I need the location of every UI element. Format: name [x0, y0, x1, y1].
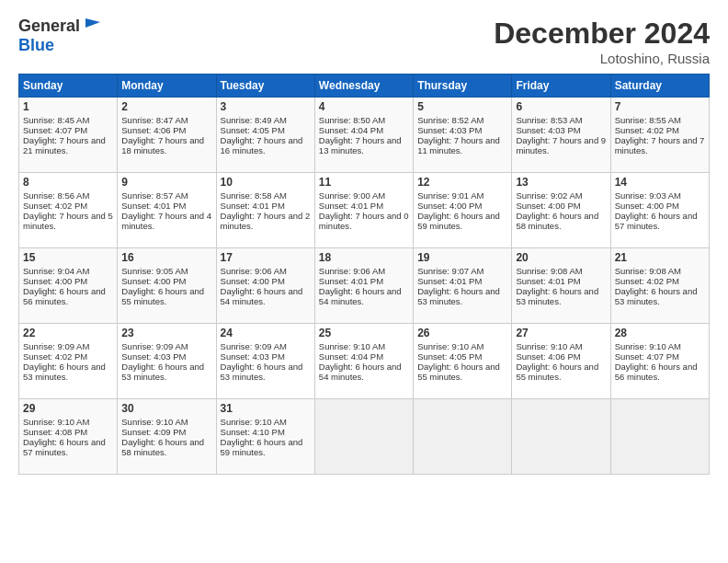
sunrise-text: Sunrise: 9:01 AM: [417, 190, 507, 201]
sunrise-text: Sunrise: 8:45 AM: [23, 115, 113, 125]
sunset-text: Sunset: 4:02 PM: [615, 125, 705, 135]
day-number: 14: [615, 176, 705, 189]
day-number: 21: [615, 251, 705, 264]
day-number: 23: [121, 327, 211, 339]
sunset-text: Sunset: 4:02 PM: [615, 276, 705, 286]
sunset-text: Sunset: 4:05 PM: [417, 351, 507, 362]
sunset-text: Sunset: 4:03 PM: [221, 351, 311, 362]
calendar-cell: 7Sunrise: 8:55 AMSunset: 4:02 PMDaylight…: [610, 98, 709, 173]
day-number: 8: [23, 176, 113, 189]
sunset-text: Sunset: 4:00 PM: [121, 276, 211, 286]
sunset-text: Sunset: 4:00 PM: [417, 201, 507, 211]
sunset-text: Sunset: 4:02 PM: [23, 351, 113, 362]
sunrise-text: Sunrise: 8:57 AM: [121, 190, 211, 201]
daylight-text: Daylight: 7 hours and 21 minutes.: [23, 135, 113, 155]
day-number: 12: [417, 176, 507, 189]
daylight-text: Daylight: 7 hours and 18 minutes.: [121, 135, 211, 155]
sunrise-text: Sunrise: 9:08 AM: [615, 266, 705, 276]
daylight-text: Daylight: 7 hours and 9 minutes.: [516, 135, 606, 155]
sunset-text: Sunset: 4:06 PM: [121, 125, 211, 135]
calendar-cell: [314, 399, 413, 475]
calendar-cell: 8Sunrise: 8:56 AMSunset: 4:02 PMDaylight…: [19, 173, 118, 248]
calendar-cell: 27Sunrise: 9:10 AMSunset: 4:06 PMDayligh…: [512, 324, 610, 399]
logo: General Blue: [18, 17, 102, 55]
daylight-text: Daylight: 7 hours and 0 minutes.: [319, 211, 409, 231]
sunset-text: Sunset: 4:01 PM: [221, 201, 311, 211]
daylight-text: Daylight: 6 hours and 53 minutes.: [615, 286, 705, 306]
calendar-cell: 26Sunrise: 9:10 AMSunset: 4:05 PMDayligh…: [414, 324, 512, 399]
sunrise-text: Sunrise: 9:06 AM: [319, 266, 409, 276]
sunrise-text: Sunrise: 8:47 AM: [121, 115, 211, 125]
calendar-week-3: 15Sunrise: 9:04 AMSunset: 4:00 PMDayligh…: [19, 248, 710, 324]
daylight-text: Daylight: 6 hours and 53 minutes.: [221, 362, 311, 382]
day-number: 4: [319, 100, 409, 113]
calendar-header-tuesday: Tuesday: [216, 75, 314, 98]
day-number: 6: [516, 100, 606, 113]
calendar-cell: 5Sunrise: 8:52 AMSunset: 4:03 PMDaylight…: [414, 98, 512, 173]
sunrise-text: Sunrise: 9:10 AM: [516, 341, 606, 351]
calendar-table: SundayMondayTuesdayWednesdayThursdayFrid…: [18, 74, 710, 475]
sunset-text: Sunset: 4:07 PM: [615, 351, 705, 362]
sunrise-text: Sunrise: 9:07 AM: [417, 266, 507, 276]
calendar-cell: 9Sunrise: 8:57 AMSunset: 4:01 PMDaylight…: [118, 173, 216, 248]
sunset-text: Sunset: 4:03 PM: [121, 351, 211, 362]
calendar-header-saturday: Saturday: [610, 75, 709, 98]
day-number: 16: [121, 251, 211, 264]
sunrise-text: Sunrise: 9:03 AM: [615, 190, 705, 201]
sunset-text: Sunset: 4:03 PM: [516, 125, 606, 135]
calendar-cell: 28Sunrise: 9:10 AMSunset: 4:07 PMDayligh…: [610, 324, 709, 399]
day-number: 3: [221, 100, 311, 113]
sunset-text: Sunset: 4:04 PM: [319, 125, 409, 135]
sunset-text: Sunset: 4:04 PM: [319, 351, 409, 362]
daylight-text: Daylight: 6 hours and 59 minutes.: [417, 211, 507, 231]
daylight-text: Daylight: 6 hours and 57 minutes.: [23, 437, 113, 457]
day-number: 25: [319, 327, 409, 339]
sunrise-text: Sunrise: 9:09 AM: [121, 341, 211, 351]
day-number: 17: [221, 251, 311, 264]
sunrise-text: Sunrise: 9:05 AM: [121, 266, 211, 276]
calendar-header-row: SundayMondayTuesdayWednesdayThursdayFrid…: [19, 75, 710, 98]
day-number: 7: [615, 100, 705, 113]
sunrise-text: Sunrise: 9:10 AM: [221, 417, 311, 427]
sunset-text: Sunset: 4:00 PM: [221, 276, 311, 286]
title-block: December 2024 Lotoshino, Russia: [494, 17, 710, 66]
calendar-cell: [414, 399, 512, 475]
calendar-cell: 31Sunrise: 9:10 AMSunset: 4:10 PMDayligh…: [216, 399, 314, 475]
sunrise-text: Sunrise: 8:55 AM: [615, 115, 705, 125]
calendar-cell: 3Sunrise: 8:49 AMSunset: 4:05 PMDaylight…: [216, 98, 314, 173]
sunrise-text: Sunrise: 9:08 AM: [516, 266, 606, 276]
calendar-header-thursday: Thursday: [414, 75, 512, 98]
calendar-cell: 25Sunrise: 9:10 AMSunset: 4:04 PMDayligh…: [314, 324, 413, 399]
sunset-text: Sunset: 4:03 PM: [417, 125, 507, 135]
daylight-text: Daylight: 6 hours and 58 minutes.: [121, 437, 211, 457]
calendar-cell: 24Sunrise: 9:09 AMSunset: 4:03 PMDayligh…: [216, 324, 314, 399]
day-number: 26: [417, 327, 507, 339]
day-number: 20: [516, 251, 606, 264]
daylight-text: Daylight: 7 hours and 5 minutes.: [23, 211, 113, 231]
calendar-cell: 29Sunrise: 9:10 AMSunset: 4:08 PMDayligh…: [19, 399, 118, 475]
location-title: Lotoshino, Russia: [494, 51, 710, 66]
sunset-text: Sunset: 4:02 PM: [23, 201, 113, 211]
calendar-cell: 23Sunrise: 9:09 AMSunset: 4:03 PMDayligh…: [118, 324, 216, 399]
sunrise-text: Sunrise: 9:09 AM: [23, 341, 113, 351]
sunrise-text: Sunrise: 9:09 AM: [221, 341, 311, 351]
calendar-cell: 13Sunrise: 9:02 AMSunset: 4:00 PMDayligh…: [512, 173, 610, 248]
day-number: 24: [221, 327, 311, 339]
daylight-text: Daylight: 6 hours and 53 minutes.: [516, 286, 606, 306]
sunset-text: Sunset: 4:01 PM: [319, 276, 409, 286]
daylight-text: Daylight: 6 hours and 58 minutes.: [516, 211, 606, 231]
daylight-text: Daylight: 7 hours and 16 minutes.: [221, 135, 311, 155]
sunrise-text: Sunrise: 8:50 AM: [319, 115, 409, 125]
sunrise-text: Sunrise: 8:53 AM: [516, 115, 606, 125]
day-number: 2: [121, 100, 211, 113]
logo-blue: Blue: [18, 36, 54, 55]
sunset-text: Sunset: 4:09 PM: [121, 427, 211, 437]
day-number: 15: [23, 251, 113, 264]
calendar-cell: 16Sunrise: 9:05 AMSunset: 4:00 PMDayligh…: [118, 248, 216, 324]
calendar-cell: 14Sunrise: 9:03 AMSunset: 4:00 PMDayligh…: [610, 173, 709, 248]
sunrise-text: Sunrise: 9:10 AM: [615, 341, 705, 351]
calendar-week-1: 1Sunrise: 8:45 AMSunset: 4:07 PMDaylight…: [19, 98, 710, 173]
calendar-cell: 15Sunrise: 9:04 AMSunset: 4:00 PMDayligh…: [19, 248, 118, 324]
day-number: 1: [23, 100, 113, 113]
daylight-text: Daylight: 6 hours and 57 minutes.: [615, 211, 705, 231]
